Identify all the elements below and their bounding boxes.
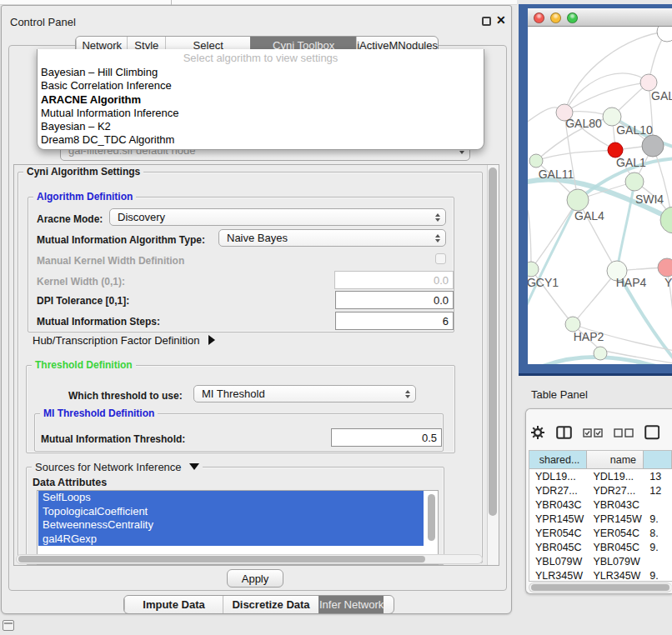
node-gal11[interactable] [529, 154, 543, 168]
dpi-tolerance-field[interactable]: 0.0 [335, 291, 454, 309]
attribute-item[interactable]: BetweennessCentrality [38, 518, 424, 532]
algorithm-list-item[interactable]: Dream8 DC_TDC Algorithm [38, 133, 484, 147]
algorithm-list-item[interactable]: Bayesian – Hill Climbing [38, 66, 484, 79]
minimize-traffic-light-icon[interactable] [550, 12, 561, 23]
settings-horizontal-scroll-thumb[interactable] [18, 556, 425, 562]
settings-scroll-pane: Cyni Algorithm Settings Algorithm Defini… [13, 164, 499, 566]
table-row[interactable]: YLR345W YLR345W 9. [529, 568, 672, 582]
column-header-partial[interactable] [644, 451, 672, 468]
manual-kernel-width-label: Manual Kernel Width Definition [37, 255, 184, 267]
gear-icon[interactable] [530, 425, 545, 440]
zoom-traffic-light-icon[interactable] [567, 12, 578, 23]
node-label: HAP4 [616, 276, 647, 289]
mi-threshold-label: Mutual Information Threshold: [41, 433, 185, 445]
table-row[interactable]: YER054C YER054C 8. [529, 526, 672, 540]
aracne-mode-combo[interactable]: Discovery [109, 208, 446, 226]
node-gal1[interactable] [625, 172, 644, 191]
node-gray[interactable] [642, 135, 664, 157]
attribute-list-scrollbar[interactable] [428, 494, 435, 541]
cell-value: 9. [644, 568, 672, 582]
mi-steps-field[interactable]: 6 [335, 312, 454, 330]
table-row[interactable]: YBR045C YBR045C 9. [529, 540, 672, 554]
table-horizontal-scroll-thumb[interactable] [531, 584, 669, 591]
mi-threshold-field[interactable]: 0.5 [331, 428, 442, 447]
settings-vertical-scroll-thumb[interactable] [489, 168, 497, 516]
mi-algorithm-type-value: Naive Bayes [227, 232, 288, 244]
algorithm-definition-title: Algorithm Definition [33, 191, 136, 202]
attribute-item[interactable]: gal4RGexp [38, 532, 424, 547]
node-label: GAL1 [616, 156, 646, 169]
screenshot-root: Control Panel ✕ gal-filtered.sif default… [0, 0, 672, 635]
sources-group: Sources for Network Inference Data Attri… [26, 467, 444, 565]
table-options-icon-partial[interactable] [644, 425, 659, 440]
float-window-icon[interactable] [482, 17, 491, 26]
node-salmon[interactable] [658, 258, 672, 277]
attribute-item[interactable]: SelfLoops [38, 491, 424, 505]
network-edge [531, 200, 578, 269]
cell-value [644, 554, 672, 568]
aracne-mode-label: Aracne Mode: [37, 213, 103, 225]
close-traffic-light-icon[interactable] [534, 12, 544, 23]
cell-shared-name: YBL079W [529, 554, 587, 568]
network-edge [528, 200, 578, 318]
node-gal4[interactable] [567, 189, 589, 211]
mi-steps-label: Mutual Information Steps: [37, 316, 160, 328]
attribute-item[interactable]: TopologicalCoefficient [38, 505, 424, 519]
control-panel-window: Control Panel ✕ gal-filtered.sif default… [1, 5, 512, 614]
select-all-checked-icon[interactable] [583, 428, 603, 438]
table-row[interactable]: YDR27... YDR27... 12 [529, 483, 672, 498]
cell-shared-name: YLR345W [529, 568, 587, 582]
cell-shared-name: YDR27... [529, 483, 587, 498]
manual-kernel-width-checkbox[interactable] [435, 253, 446, 264]
node-bottom[interactable] [594, 347, 607, 360]
node-top[interactable] [657, 27, 672, 42]
algorithm-list: Bayesian – Hill ClimbingBasic Correlatio… [38, 66, 484, 148]
table-row[interactable]: YDL19... YDL19... 13 [529, 469, 672, 483]
cell-name: YLR345W [587, 568, 644, 582]
algorithm-list-item[interactable]: ARACNE Algorithm [38, 93, 484, 107]
algorithm-list-item[interactable]: Mutual Information Inference [38, 107, 484, 120]
apply-button[interactable]: Apply [227, 569, 283, 588]
table-horizontal-scroll-track[interactable] [529, 582, 672, 592]
cyni-mode-tab[interactable]: Discretize Data [223, 596, 318, 613]
table-row[interactable]: YBL079W YBL079W [529, 554, 672, 568]
cell-value: 9. [644, 540, 672, 554]
threshold-definition-group: Threshold Definition Which threshold to … [26, 365, 455, 453]
column-header-name[interactable]: name [587, 451, 644, 468]
which-threshold-value: MI Threshold [202, 388, 265, 400]
node-label: GAL [651, 89, 672, 102]
dpi-tolerance-label: DPI Tolerance [0,1]: [37, 295, 129, 307]
cell-value: 9. [644, 512, 672, 526]
node-label: GAL10 [616, 123, 653, 137]
algorithm-list-item[interactable]: Bayesian – K2 [38, 120, 484, 133]
node-big-green[interactable] [660, 207, 672, 233]
cell-name: YDL19... [587, 469, 644, 483]
mi-algorithm-type-combo[interactable]: Naive Bayes [218, 229, 446, 247]
split-view-icon[interactable] [556, 426, 572, 439]
table-row[interactable]: YBR043C YBR043C [529, 498, 672, 512]
aracne-mode-value: Discovery [118, 211, 165, 223]
hub-definition-toggle[interactable]: Hub/Transcription Factor Definition [33, 334, 215, 347]
column-header-shared-name[interactable]: shared... [529, 451, 587, 468]
collapse-down-icon[interactable] [189, 463, 199, 470]
close-icon[interactable]: ✕ [496, 13, 506, 27]
deselect-all-icon[interactable] [614, 428, 634, 438]
mi-algorithm-type-label: Mutual Information Algorithm Type: [37, 234, 205, 246]
network-canvas[interactable]: GALGAL80GAL10GAL1GAL11SWI4GAL4GCY1HAP4YH… [528, 27, 672, 364]
table-row[interactable]: YPR145W YPR145W 9. [529, 512, 672, 526]
mi-threshold-group-title: MI Threshold Definition [40, 408, 158, 419]
network-edge [564, 73, 649, 112]
algorithm-dropdown-popup: Select algorithm to view settings Bayesi… [37, 49, 484, 150]
algorithm-definition-group: Algorithm Definition Aracne Mode: Discov… [28, 197, 454, 332]
cyni-mode-tab[interactable]: Impute Data [124, 596, 223, 613]
node-gcy1[interactable] [528, 262, 539, 277]
settings-horizontal-scroll-track[interactable] [16, 554, 483, 564]
algorithm-list-item[interactable]: Basic Correlation Inference [38, 79, 484, 92]
network-window-titlebar[interactable] [528, 8, 672, 27]
cyni-mode-tab[interactable]: Infer Network [318, 596, 384, 613]
minimized-panel-icon[interactable] [3, 620, 14, 631]
which-threshold-combo[interactable]: MI Threshold [193, 385, 416, 402]
algorithm-dropdown-prompt: Select algorithm to view settings [38, 52, 484, 66]
node-gal-pink[interactable] [640, 74, 657, 91]
cell-shared-name: YPR145W [529, 512, 587, 526]
